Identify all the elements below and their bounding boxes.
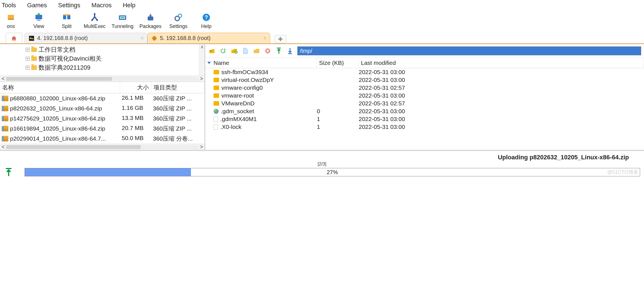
local-file-table: 名称 大小 项目类型 p6880880_102000_Linux-x86-64.… <box>0 82 205 144</box>
file-modified: 2022-05-31 03:00 <box>359 92 642 99</box>
col-type[interactable]: 项目类型 <box>151 82 205 93</box>
table-row[interactable]: vmware-config02022-05-31 02:57 <box>205 84 644 92</box>
toolbar-tunneling[interactable]: Tunneling <box>112 12 133 29</box>
toolbar-label: Split <box>62 23 71 29</box>
parent-dir-button[interactable] <box>208 47 216 55</box>
main-toolbar: ons View Split MultiExec Tunneling Packa… <box>0 11 644 32</box>
split-icon <box>62 12 72 22</box>
open-folder-button[interactable] <box>253 47 260 55</box>
table-row[interactable]: ssh-fbmOCw39342022-05-31 03:00 <box>205 68 644 76</box>
new-file-button[interactable] <box>241 47 249 55</box>
toolbar-view[interactable]: View <box>28 12 50 29</box>
file-size: 1 <box>317 116 359 122</box>
menu-settings[interactable]: Settings <box>56 1 82 10</box>
svg-rect-1 <box>37 20 40 21</box>
scroll-thumb[interactable] <box>6 145 141 149</box>
file-icon <box>214 116 218 122</box>
file-size <box>317 92 359 99</box>
scroll-track[interactable] <box>6 145 198 149</box>
toolbar-sessions[interactable]: ons <box>0 12 22 29</box>
archive-icon <box>2 136 8 141</box>
expander-icon[interactable]: + <box>26 66 30 70</box>
toolbar-packages[interactable]: Packages <box>140 12 161 29</box>
table-row[interactable]: virtual-root.OwzDpY2022-05-31 03:00 <box>205 76 644 84</box>
file-size: 1 <box>317 124 359 130</box>
table-row[interactable]: p16619894_10205_Linux-x86-64.zip20.7 MB3… <box>0 124 205 134</box>
svg-rect-4 <box>67 15 70 19</box>
col-name[interactable]: 名称 <box>0 82 120 93</box>
table-row[interactable]: .gdmMX40M112022-05-31 03:00 <box>205 115 644 123</box>
menu-games[interactable]: Games <box>25 1 49 10</box>
scroll-track[interactable] <box>6 77 198 81</box>
menu-bar: Tools Games Settings Macros Help <box>0 0 644 11</box>
file-size <box>317 69 359 75</box>
col-name[interactable]: Name <box>205 58 317 68</box>
new-tab-button[interactable]: ✚ <box>274 35 286 43</box>
archive-icon <box>2 116 8 121</box>
menu-help[interactable]: Help <box>121 1 137 10</box>
scroll-right-icon[interactable]: > <box>198 75 205 82</box>
menu-macros[interactable]: Macros <box>90 1 113 10</box>
upload-status: Uploading p8202632_10205_Linux-x86-64.zi… <box>0 151 644 181</box>
table-row[interactable]: p8202632_10205_Linux-x86-64.zip1.16 GB36… <box>0 103 205 113</box>
scroll-thumb[interactable] <box>6 77 112 81</box>
scroll-right-icon[interactable]: > <box>198 144 205 150</box>
col-modified[interactable]: Last modified <box>359 58 644 68</box>
remote-path-input[interactable]: /tmp/ <box>297 46 641 55</box>
table-row[interactable]: vmware-root2022-05-31 03:00 <box>205 92 644 100</box>
tree-hscroll[interactable]: < > <box>0 75 205 82</box>
file-name: p20299014_10205_Linux-x86-64.7... <box>10 135 106 142</box>
tab-close-icon[interactable]: × <box>263 35 267 41</box>
folder-icon <box>214 86 219 90</box>
toolbar-help[interactable]: ? Help <box>195 12 217 29</box>
col-size[interactable]: Size (KB) <box>317 58 359 68</box>
file-modified: 2022-05-31 03:00 <box>359 108 642 115</box>
refresh-button[interactable] <box>219 47 227 55</box>
folder-icon <box>31 48 37 52</box>
table-row[interactable]: p14275629_10205_Linux-x86-64.zip13.3 MB3… <box>0 113 205 124</box>
remote-file-table: Name Size (KB) Last modified ssh-fbmOCw3… <box>205 58 644 131</box>
remote-toolbar: /tmp/ <box>205 44 644 58</box>
file-name: ssh-fbmOCw3934 <box>221 69 268 75</box>
tree-node[interactable]: + 数据字典20211209 <box>26 63 204 72</box>
scroll-left-icon[interactable]: < <box>0 75 6 82</box>
toolbar-split[interactable]: Split <box>56 12 78 29</box>
file-name: vmware-config0 <box>221 84 263 91</box>
tree-node[interactable]: + 工作日常文档 <box>26 45 204 54</box>
folder-tree[interactable]: + 工作日常文档 + 数据可视化Davinci相关 + 数据字典20211209 <box>0 44 205 75</box>
file-name: virtual-root.OwzDpY <box>221 77 274 83</box>
menu-tools[interactable]: Tools <box>0 1 18 10</box>
main-split: + 工作日常文档 + 数据可视化Davinci相关 + 数据字典20211209… <box>0 44 644 151</box>
download-button[interactable] <box>286 47 294 55</box>
folder-icon <box>214 93 219 98</box>
file-type: 360压缩 ZIP ... <box>153 125 203 133</box>
home-tab[interactable] <box>6 33 22 43</box>
table-row[interactable]: p6880880_102000_Linux-x86-64.zip26.1 MB3… <box>0 93 205 103</box>
new-folder-button[interactable] <box>230 47 238 55</box>
toolbar-settings[interactable]: Settings <box>167 12 189 29</box>
tree-vscroll[interactable]: ∧ <box>199 44 205 75</box>
upload-count: [2/3] <box>4 162 640 167</box>
table-row[interactable]: VMwareDnD2022-05-31 02:57 <box>205 100 644 107</box>
delete-button[interactable] <box>264 47 272 55</box>
tab-session-4[interactable]: 4. 192.168.8.8 (root) × <box>25 33 147 43</box>
table-row[interactable]: .X0-lock12022-05-31 03:00 <box>205 123 644 131</box>
upload-button[interactable] <box>275 47 283 55</box>
table-row[interactable]: p20299014_10205_Linux-x86-64.7...50.0 MB… <box>0 134 205 144</box>
local-hscroll[interactable]: < > <box>0 144 205 150</box>
archive-icon <box>2 126 8 131</box>
col-size[interactable]: 大小 <box>120 82 151 93</box>
folder-icon <box>31 56 37 61</box>
expander-icon[interactable]: + <box>26 57 30 61</box>
settings-icon <box>173 12 183 22</box>
toolbar-multiexec[interactable]: MultiExec <box>84 12 106 29</box>
tab-close-icon[interactable]: × <box>140 35 144 41</box>
toolbar-label: MultiExec <box>84 23 106 29</box>
scroll-left-icon[interactable]: < <box>0 144 6 150</box>
globe-icon <box>152 36 157 41</box>
tab-session-5[interactable]: 5. 192.168.8.8 (root) × <box>147 33 270 43</box>
expander-icon[interactable]: + <box>26 48 30 52</box>
table-row[interactable]: .gdm_socket02022-05-31 03:00 <box>205 107 644 115</box>
tree-node[interactable]: + 数据可视化Davinci相关 <box>26 54 204 63</box>
file-name: p16619894_10205_Linux-x86-64.zip <box>10 125 105 132</box>
